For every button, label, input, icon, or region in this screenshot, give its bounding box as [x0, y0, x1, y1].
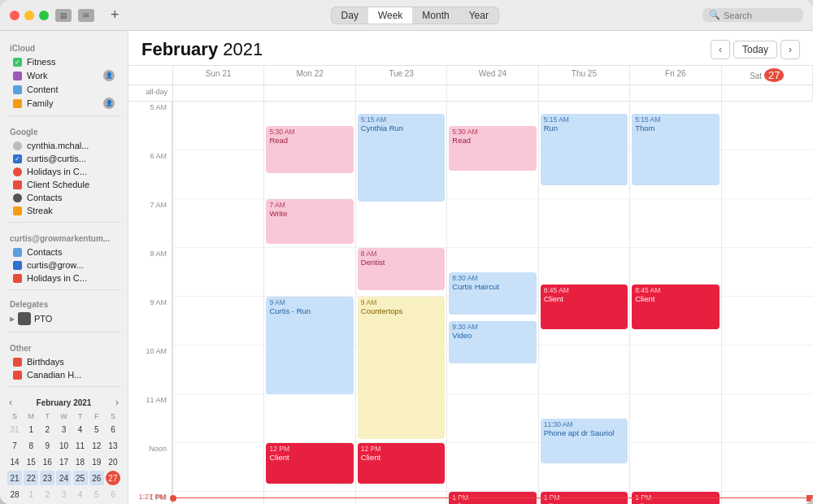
sidebar-item-curtis2[interactable]: curtis@grow...: [3, 259, 124, 272]
day-col-sat[interactable]: [722, 102, 813, 504]
mini-day-5[interactable]: 5: [89, 422, 104, 437]
tab-month[interactable]: Month: [412, 7, 459, 24]
tab-year[interactable]: Year: [459, 7, 498, 24]
mini-day-26[interactable]: 26: [89, 471, 104, 485]
search-bar[interactable]: 🔍: [702, 8, 803, 22]
event-mon-read[interactable]: 5:30 AM Read: [266, 126, 353, 173]
event-thu-client-am[interactable]: 8:45 AM Client: [541, 285, 628, 329]
fitness-checkbox[interactable]: ✓: [13, 58, 22, 67]
mini-day-19[interactable]: 19: [89, 454, 104, 469]
sidebar-item-streak[interactable]: Streak: [3, 204, 124, 217]
day-col-tue[interactable]: 5:15 AM Cynthia Run 8 AM Dentist 9 AM: [356, 102, 447, 504]
sidebar-item-holidays[interactable]: Holidays in C...: [3, 165, 124, 178]
mini-day-m5[interactable]: 5: [89, 487, 104, 502]
mini-day-14[interactable]: 14: [7, 454, 22, 469]
close-button[interactable]: [10, 11, 20, 20]
sidebar-item-canadian-h[interactable]: Canadian H...: [3, 368, 124, 381]
day-col-wed[interactable]: 5:30 AM Read 8:30 AM Curtis Haircut 9:30…: [447, 102, 538, 504]
mini-day-m1[interactable]: 1: [24, 487, 38, 502]
mini-day-11[interactable]: 11: [73, 438, 88, 453]
today-button[interactable]: Today: [733, 41, 777, 59]
mini-day-27[interactable]: 27: [106, 471, 120, 485]
event-tue-client[interactable]: 12 PM Client: [358, 443, 445, 484]
maximize-button[interactable]: [39, 11, 49, 20]
tab-day[interactable]: Day: [332, 7, 368, 24]
event-mon-run[interactable]: 9 AM Curtis - Run: [266, 297, 353, 394]
mail-icon[interactable]: ✉: [78, 9, 94, 22]
sidebar-item-content[interactable]: Content: [3, 83, 124, 96]
mini-day-28[interactable]: 28: [7, 487, 22, 502]
day-col-thu[interactable]: 5:15 AM Run 8:45 AM Client 11:30 AM: [539, 102, 630, 504]
sidebar-item-pto[interactable]: ▶ PTO: [0, 311, 128, 327]
mini-day-4[interactable]: 4: [73, 422, 88, 437]
prev-week-button[interactable]: ‹: [711, 40, 730, 59]
sidebar-item-holidays2[interactable]: Holidays in C...: [3, 272, 124, 285]
event-wed-haircut[interactable]: 8:30 AM Curtis Haircut: [449, 272, 536, 315]
work-label: Work: [27, 71, 98, 80]
streak-label: Streak: [27, 206, 115, 215]
day-col-mon[interactable]: 5:30 AM Read 7 AM Write 9 AM C: [264, 102, 355, 504]
mini-day-m3[interactable]: 3: [56, 487, 71, 502]
mini-day-10[interactable]: 10: [56, 438, 71, 453]
mini-day-3[interactable]: 3: [56, 422, 71, 437]
mini-day-6[interactable]: 6: [106, 422, 120, 437]
mini-day-m6[interactable]: 6: [106, 487, 120, 502]
search-input[interactable]: [724, 11, 797, 20]
event-wed-video[interactable]: 9:30 AM Video: [449, 321, 536, 363]
mini-day-7[interactable]: 7: [7, 438, 22, 453]
event-wed-read[interactable]: 5:30 AM Read: [449, 126, 536, 171]
event-tue-dentist[interactable]: 8 AM Dentist: [358, 248, 445, 290]
mini-day-15[interactable]: 15: [24, 454, 38, 469]
curtis-checkbox[interactable]: ✓: [13, 154, 22, 163]
sidebar-item-birthdays[interactable]: Birthdays: [3, 355, 124, 368]
work-dot: [13, 72, 22, 80]
event-mon-client[interactable]: 12 PM Client: [266, 443, 353, 484]
event-fri-client-am[interactable]: 8:45 AM Client: [632, 285, 719, 329]
sidebar-item-curtis[interactable]: ✓ curtis@curtis...: [3, 152, 124, 165]
sidebar-item-contacts[interactable]: Contacts: [3, 191, 124, 204]
all-day-tue: [356, 85, 447, 101]
mini-day-17[interactable]: 17: [56, 454, 71, 469]
day-col-sun[interactable]: [173, 102, 264, 504]
delegates-label: Delegates: [0, 295, 128, 311]
add-event-button[interactable]: +: [111, 7, 120, 24]
event-tue-countertops[interactable]: 9 AM Countertops: [358, 297, 445, 439]
mini-day-m4[interactable]: 4: [73, 487, 88, 502]
mini-day-1[interactable]: 1: [24, 422, 38, 437]
mini-day-8[interactable]: 8: [24, 438, 38, 453]
event-mon-write[interactable]: 7 AM Write: [266, 199, 353, 244]
mini-day-16[interactable]: 16: [40, 454, 54, 469]
mini-cal-prev[interactable]: ‹: [7, 397, 15, 408]
mini-day-31[interactable]: 31: [7, 422, 22, 437]
mini-day-2[interactable]: 2: [40, 422, 54, 437]
sidebar-item-contacts2[interactable]: Contacts: [3, 245, 124, 259]
mini-day-21[interactable]: 21: [7, 471, 22, 485]
sidebar-item-client-schedule[interactable]: Client Schedule: [3, 178, 124, 191]
tab-week[interactable]: Week: [368, 7, 412, 24]
mini-day-12[interactable]: 12: [89, 438, 104, 453]
sidebar-item-cynthia[interactable]: cynthia.mchal...: [3, 139, 124, 152]
mini-day-13[interactable]: 13: [106, 438, 120, 453]
mini-day-9[interactable]: 9: [40, 438, 54, 453]
mini-day-18[interactable]: 18: [73, 454, 88, 469]
mini-day-24[interactable]: 24: [56, 471, 71, 485]
next-week-button[interactable]: ›: [780, 40, 800, 59]
event-thu-run[interactable]: 5:15 AM Run: [541, 114, 628, 185]
mini-cal-next[interactable]: ›: [113, 397, 121, 408]
mini-day-20[interactable]: 20: [106, 454, 120, 469]
sidebar-item-fitness[interactable]: ✓ Fitness: [3, 55, 124, 68]
sidebar-toggle-icon[interactable]: ▤: [55, 9, 72, 22]
sidebar-item-family[interactable]: Family 👤: [3, 96, 124, 111]
week-scroll[interactable]: 5 AM 6 AM 7 AM 8 AM 9 AM 10 AM 11 AM Noo…: [128, 102, 813, 504]
event-tue-cynthia-run[interactable]: 5:15 AM Cynthia Run: [358, 114, 445, 202]
sidebar-item-work[interactable]: Work 👤: [3, 68, 124, 83]
mini-day-m2[interactable]: 2: [40, 487, 54, 502]
minimize-button[interactable]: [24, 11, 34, 20]
event-fri-thom[interactable]: 5:15 AM Thom: [632, 114, 719, 185]
mini-day-25[interactable]: 25: [73, 471, 88, 485]
day-col-fri[interactable]: 5:15 AM Thom 8:45 AM Client 1 PM: [630, 102, 721, 504]
mini-day-23[interactable]: 23: [40, 471, 54, 485]
mini-day-22[interactable]: 22: [24, 471, 38, 485]
event-thu-phone[interactable]: 11:30 AM Phone apt dr Sauriol: [541, 419, 628, 463]
other-section-label: Other: [0, 337, 128, 355]
